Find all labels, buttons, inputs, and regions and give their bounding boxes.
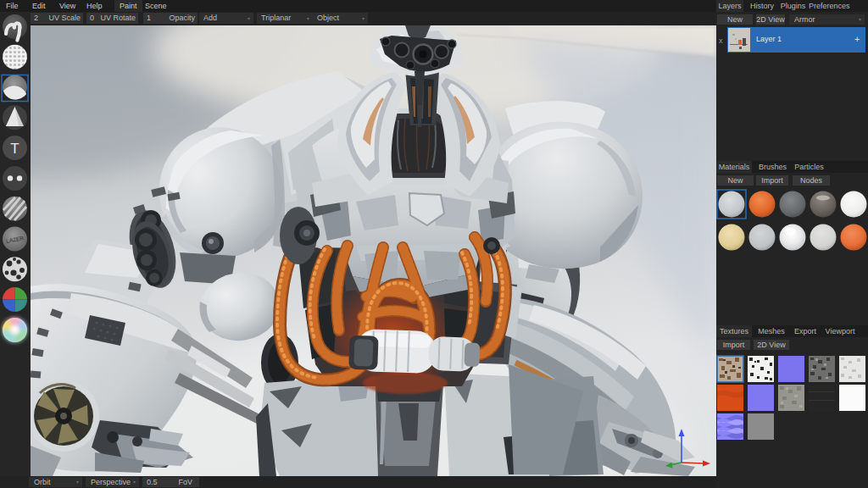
- svg-text:T: T: [10, 141, 19, 157]
